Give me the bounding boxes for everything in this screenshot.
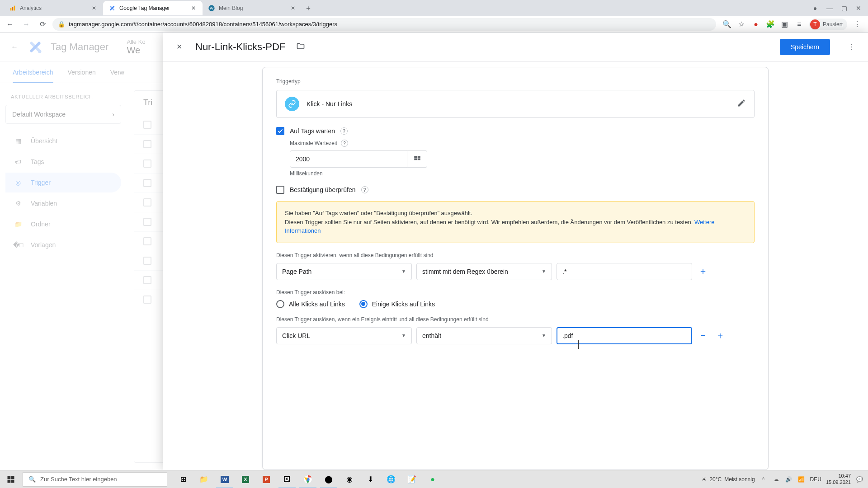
enable-operator-select[interactable]: stimmt mit dem Regex überein▼ — [416, 263, 552, 280]
fire-value-input[interactable] — [557, 327, 692, 344]
notifications-icon[interactable]: 💬 — [855, 475, 863, 483]
star-icon[interactable]: ☆ — [737, 20, 746, 29]
address-bar[interactable]: 🔒 tagmanager.google.com/#/container/acco… — [52, 18, 716, 31]
close-window-icon[interactable]: ✕ — [855, 5, 862, 11]
downloads-icon[interactable]: ⬇ — [360, 470, 381, 488]
browser-chrome: Analytics ✕ Google Tag Manager ✕ W Mein … — [0, 0, 868, 33]
add-condition-button[interactable]: ＋ — [714, 329, 726, 342]
chrome-icon[interactable] — [297, 470, 318, 488]
enable-value-input[interactable] — [557, 263, 692, 280]
help-icon[interactable]: ? — [341, 140, 348, 147]
close-icon[interactable]: ✕ — [190, 5, 197, 12]
warning-text: Diesen Trigger sollten Sie nur auf Seite… — [285, 219, 694, 225]
link-click-icon — [285, 97, 299, 111]
wait-for-tags-label: Auf Tags warten — [290, 127, 335, 135]
add-condition-button[interactable]: ＋ — [697, 265, 709, 278]
close-icon[interactable]: ✕ — [90, 5, 98, 12]
enable-variable-select[interactable]: Page Path▼ — [276, 263, 412, 280]
profile-chip[interactable]: T Pausiert — [809, 19, 847, 30]
menu-icon[interactable]: ⋮ — [853, 20, 862, 29]
gtm-app: ← Tag Manager Alle Ko We Arbeitsbereich … — [0, 33, 868, 470]
obs-icon[interactable]: ⬤ — [318, 470, 339, 488]
wordpress-icon: W — [208, 5, 215, 12]
lock-icon: 🔒 — [58, 21, 65, 28]
tab-analytics[interactable]: Analytics ✕ — [4, 1, 103, 15]
search-placeholder: Zur Suche Text hier eingeben — [40, 476, 117, 483]
new-tab-button[interactable]: ＋ — [302, 2, 315, 14]
edit-icon[interactable] — [737, 99, 746, 109]
save-button[interactable]: Speichern — [780, 39, 830, 55]
trigger-config-card: Triggertyp Klick - Nur Links Auf Tags wa… — [262, 67, 769, 470]
tab-blog[interactable]: W Mein Blog ✕ — [203, 1, 302, 15]
start-button[interactable] — [0, 470, 22, 488]
browser-toolbar: ← → ⟳ 🔒 tagmanager.google.com/#/containe… — [0, 16, 868, 33]
radio-icon — [359, 300, 368, 308]
minimize-icon[interactable]: — — [826, 5, 833, 11]
remove-condition-button[interactable]: − — [697, 329, 709, 342]
cast-icon[interactable]: ▣ — [780, 20, 789, 29]
date: 15.09.2021 — [826, 479, 851, 485]
avatar-icon: T — [810, 19, 820, 29]
fire-all-option[interactable]: Alle Klicks auf Links — [276, 300, 345, 308]
fire-some-option[interactable]: Einige Klicks auf Links — [359, 300, 435, 308]
variable-picker-icon[interactable] — [407, 150, 427, 168]
max-wait-input[interactable] — [290, 150, 407, 168]
more-icon[interactable]: ⋮ — [846, 42, 857, 52]
svg-rect-14 — [8, 476, 11, 479]
notepad-icon[interactable]: 📝 — [401, 470, 422, 488]
close-icon[interactable]: ✕ — [174, 42, 184, 52]
help-icon[interactable]: ? — [361, 186, 368, 193]
taskbar-search[interactable]: 🔍 Zur Suche Text hier eingeben — [23, 472, 167, 487]
spotify-icon[interactable]: ● — [422, 470, 443, 488]
back-button[interactable]: ← — [4, 18, 16, 31]
photos-icon[interactable]: 🖼 — [277, 470, 297, 488]
extension-adblock-icon[interactable]: ● — [751, 20, 760, 29]
fire-operator-select[interactable]: enthält▼ — [416, 327, 552, 344]
extensions-icon[interactable]: 🧩 — [766, 20, 775, 29]
radio-icon — [276, 300, 284, 308]
zoom-icon[interactable]: 🔍 — [722, 20, 731, 29]
chevron-up-icon[interactable]: ^ — [760, 475, 768, 483]
reading-list-icon[interactable]: ≡ — [795, 20, 804, 29]
svg-rect-0 — [10, 8, 12, 10]
close-icon[interactable]: ✕ — [289, 5, 297, 12]
volume-icon[interactable]: 🔊 — [785, 475, 793, 483]
language-indicator[interactable]: DEU — [810, 476, 821, 483]
toolbar-icons: 🔍 ☆ ● 🧩 ▣ ≡ T Pausiert ⋮ — [720, 19, 864, 30]
taskbar-apps: ⊞ 📁 W X P 🖼 ⬤ ◉ ⬇ 🌐 📝 ● — [173, 470, 443, 488]
fire-variable-select[interactable]: Click URL▼ — [276, 327, 412, 344]
powerpoint-icon[interactable]: P — [256, 470, 277, 488]
tab-gtm[interactable]: Google Tag Manager ✕ — [103, 1, 203, 15]
weather-temp: 20°C — [709, 476, 722, 483]
help-icon[interactable]: ? — [340, 127, 348, 135]
fire-conditions-label: Diesen Trigger auslösen, wenn ein Ereign… — [276, 316, 755, 323]
task-view-icon[interactable]: ⊞ — [173, 470, 193, 488]
svg-rect-2 — [14, 6, 15, 11]
trigger-type-selector[interactable]: Klick - Nur Links — [276, 90, 755, 118]
fire-condition-row: Click URL▼ enthält▼ − ＋ — [276, 327, 755, 344]
account-dot-icon[interactable]: ● — [812, 5, 818, 11]
trigger-name[interactable]: Nur-Link-Klicks-PDF — [195, 41, 285, 53]
streamdeck-icon[interactable]: ◉ — [339, 470, 360, 488]
file-explorer-icon[interactable]: 📁 — [193, 470, 214, 488]
warning-banner: Sie haben "Auf Tags warten" oder "Bestät… — [276, 201, 755, 243]
max-wait-label: Maximale Wartezeit ? — [290, 140, 755, 147]
clock[interactable]: 10:47 15.09.2021 — [826, 473, 851, 485]
forward-button[interactable]: → — [20, 18, 33, 31]
enable-condition-row: Page Path▼ stimmt mit dem Regex überein▼… — [276, 263, 755, 280]
wait-for-tags-checkbox[interactable] — [276, 127, 284, 135]
word-icon[interactable]: W — [214, 470, 235, 488]
svg-rect-11 — [417, 156, 420, 158]
sun-icon: ☀ — [702, 476, 707, 483]
wifi-icon[interactable]: 📶 — [797, 475, 806, 483]
reload-button[interactable]: ⟳ — [36, 18, 49, 31]
edge-icon[interactable]: 🌐 — [381, 470, 401, 488]
onedrive-icon[interactable]: ☁ — [772, 475, 780, 483]
wait-for-tags-row: Auf Tags warten ? — [276, 127, 755, 135]
maximize-icon[interactable]: ▢ — [841, 5, 847, 11]
weather-widget[interactable]: ☀ 20°C Meist sonnig — [702, 476, 755, 483]
windows-taskbar: 🔍 Zur Suche Text hier eingeben ⊞ 📁 W X P… — [0, 470, 868, 488]
excel-icon[interactable]: X — [235, 470, 256, 488]
folder-icon[interactable] — [296, 42, 305, 52]
check-validation-checkbox[interactable] — [276, 186, 284, 194]
